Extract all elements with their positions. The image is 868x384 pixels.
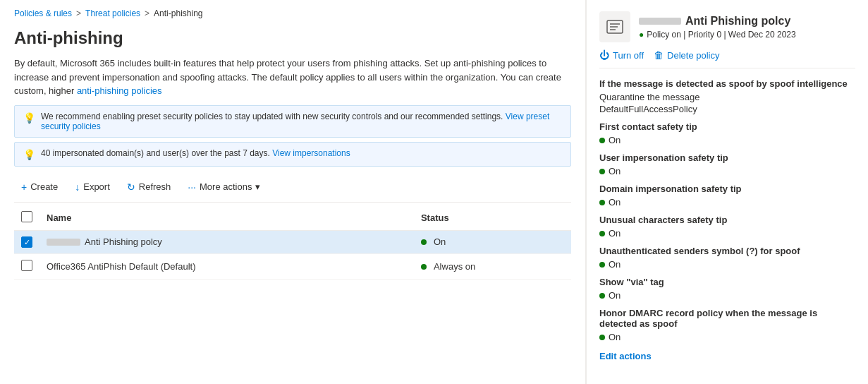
status-value: On	[609, 135, 621, 145]
section-header: Unusual characters safety tip	[599, 215, 855, 225]
section-header: If the message is detected as spoof by s…	[599, 78, 855, 89]
status-green-dot	[599, 262, 605, 268]
edit-actions-link[interactable]: Edit actions	[599, 351, 652, 361]
create-button[interactable]: + Create	[14, 178, 65, 196]
section-header: Unauthenticated senders symbol (?) for s…	[599, 246, 855, 256]
status-green-dot	[599, 293, 605, 299]
turn-off-button[interactable]: ⏻ Turn off	[599, 49, 644, 61]
breadcrumb-current: Anti-phishing	[154, 8, 202, 18]
panel-actions: ⏻ Turn off 🗑 Delete policy	[599, 49, 855, 68]
toolbar: + Create ↓ Export ↻ Refresh ··· More act…	[14, 171, 571, 203]
panel-policy-icon	[599, 11, 630, 42]
delete-label: Delete policy	[667, 50, 719, 61]
table-row[interactable]: ✓Anti Phishing polcyOn	[14, 230, 571, 254]
section-value: DefaultFullAccessPolicy	[599, 104, 855, 114]
panel-name-redacted	[639, 18, 681, 25]
breadcrumb: Policies & rules > Threat policies > Ant…	[14, 8, 571, 18]
status-dot	[421, 264, 427, 270]
section-value: Quarantine the message	[599, 92, 855, 102]
refresh-icon: ↻	[127, 181, 135, 193]
section-header: Domain impersonation safety tip	[599, 184, 855, 194]
power-icon: ⏻	[599, 49, 609, 61]
anti-phishing-link[interactable]: anti-phishing policies	[77, 85, 162, 96]
status-green-dot	[599, 169, 605, 174]
status-green-dot	[599, 231, 605, 236]
impersonation-text: 40 impersonated domain(s) and user(s) ov…	[41, 148, 350, 158]
status-value: On	[609, 290, 621, 301]
policy-status-dot: ●	[639, 30, 644, 40]
status-text: Always on	[434, 261, 475, 272]
breadcrumb-policies-rules[interactable]: Policies & rules	[14, 8, 72, 18]
panel-meta-text: Policy on | Priority 0 | Wed Dec 20 2023	[647, 30, 795, 40]
status-column-header: Status	[414, 205, 571, 231]
status-value: On	[609, 259, 621, 270]
right-panel: Anti Phishing polcy ● Policy on | Priori…	[586, 0, 868, 384]
panel-meta: ● Policy on | Priority 0 | Wed Dec 20 20…	[639, 30, 855, 40]
turn-off-label: Turn off	[613, 50, 644, 61]
panel-title: Anti Phishing polcy	[685, 15, 790, 28]
delete-icon: 🗑	[654, 49, 664, 61]
delete-policy-button[interactable]: 🗑 Delete policy	[654, 49, 719, 61]
view-impersonations-link[interactable]: View impersonations	[272, 148, 350, 158]
row-name-redacted	[47, 239, 80, 246]
select-all-header	[14, 205, 39, 231]
create-icon: +	[21, 181, 27, 193]
refresh-button[interactable]: ↻ Refresh	[120, 178, 178, 196]
section-status: On	[599, 290, 855, 301]
status-value: On	[609, 228, 621, 239]
panel-header: Anti Phishing polcy ● Policy on | Priori…	[599, 11, 855, 42]
row-name: Anti Phishing polcy	[85, 236, 162, 247]
more-actions-icon: ···	[188, 181, 196, 193]
status-text: On	[434, 236, 446, 247]
breadcrumb-sep-1: >	[76, 8, 81, 18]
row-checkbox[interactable]: ✓	[21, 236, 32, 248]
breadcrumb-sep-2: >	[145, 8, 149, 18]
page-description: By default, Microsoft 365 includes built…	[14, 56, 571, 98]
section-status: On	[599, 332, 855, 342]
bulb-icon-2: 💡	[23, 149, 35, 160]
more-actions-button[interactable]: ··· More actions ▾	[181, 178, 267, 196]
status-dot	[421, 239, 427, 245]
row-name: Office365 AntiPhish Default (Default)	[47, 261, 196, 272]
bulb-icon: 💡	[23, 112, 35, 124]
more-actions-chevron-icon: ▾	[255, 181, 260, 192]
section-status: On	[599, 228, 855, 239]
section-header: Show "via" tag	[599, 277, 855, 287]
page-title: Anti-phishing	[14, 28, 571, 48]
section-header: Honor DMARC record policy when the messa…	[599, 308, 855, 329]
export-button[interactable]: ↓ Export	[68, 178, 117, 196]
status-green-dot	[599, 138, 605, 143]
name-column-header: Name	[39, 205, 414, 231]
left-panel: Policies & rules > Threat policies > Ant…	[0, 0, 586, 384]
export-icon: ↓	[75, 181, 80, 193]
section-header: User impersonation safety tip	[599, 152, 855, 163]
row-checkbox[interactable]	[21, 260, 32, 271]
section-status: On	[599, 135, 855, 145]
preset-banner-text: We recommend enabling preset security po…	[41, 112, 562, 131]
panel-sections: If the message is detected as spoof by s…	[599, 78, 855, 342]
status-value: On	[609, 166, 621, 176]
preset-policies-banner: 💡 We recommend enabling preset security …	[14, 105, 571, 138]
panel-name-row: Anti Phishing polcy	[639, 15, 855, 28]
section-status: On	[599, 259, 855, 270]
status-green-dot	[599, 335, 605, 340]
breadcrumb-threat-policies[interactable]: Threat policies	[85, 8, 140, 18]
panel-title-area: Anti Phishing polcy ● Policy on | Priori…	[639, 15, 855, 40]
status-green-dot	[599, 200, 605, 205]
status-value: On	[609, 197, 621, 208]
select-all-checkbox[interactable]	[21, 211, 32, 222]
status-value: On	[609, 332, 621, 342]
section-status: On	[599, 197, 855, 208]
impersonations-banner: 💡 40 impersonated domain(s) and user(s) …	[14, 142, 571, 167]
section-status: On	[599, 166, 855, 176]
table-row[interactable]: Office365 AntiPhish Default (Default)Alw…	[14, 254, 571, 280]
section-header: First contact safety tip	[599, 121, 855, 132]
policies-table: Name Status ✓Anti Phishing polcyOnOffice…	[14, 205, 571, 280]
